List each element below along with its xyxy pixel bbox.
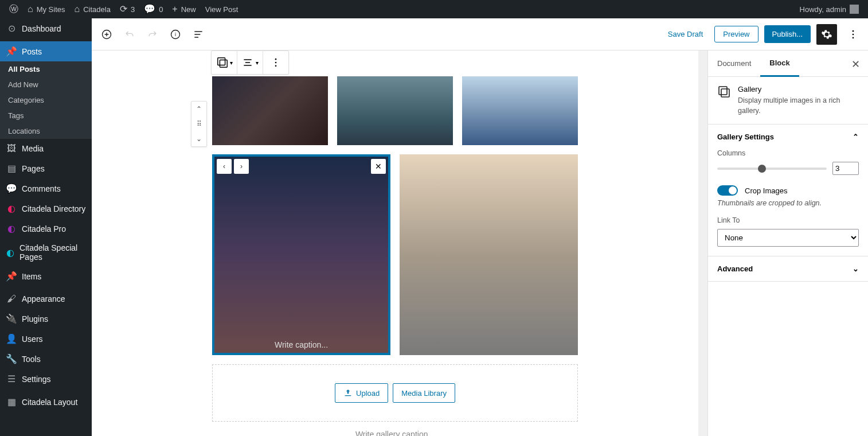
sidebar-item-posts[interactable]: 📌Posts (0, 41, 92, 61)
drag-handle[interactable]: ⠿ (191, 116, 206, 131)
content-structure-button[interactable]: i (165, 24, 186, 45)
settings-toggle-button[interactable] (816, 24, 837, 45)
comments[interactable]: 💬0 (139, 0, 167, 18)
block-type-button[interactable]: ▾ (214, 53, 234, 72)
svg-point-5 (853, 37, 854, 38)
tab-block[interactable]: Block (760, 50, 799, 77)
panel-toggle-gallery-settings[interactable]: Gallery Settings ⌃ (708, 124, 868, 149)
save-draft-button[interactable]: Save Draft (662, 26, 709, 42)
undo-button[interactable] (119, 24, 140, 45)
sidebar-item-appearance[interactable]: 🖌Appearance (0, 289, 92, 309)
columns-slider[interactable] (717, 168, 827, 170)
move-down-button[interactable]: ⌄ (191, 131, 206, 146)
redo-button[interactable] (142, 24, 163, 45)
more-menu-button[interactable] (843, 24, 863, 45)
brush-icon: 🖌 (6, 294, 17, 304)
svg-point-8 (275, 59, 277, 60)
publish-button[interactable]: Publish... (764, 25, 811, 43)
sidebar-item-users[interactable]: 👤Users (0, 329, 92, 349)
block-navigation-button[interactable] (188, 24, 209, 45)
media-library-button[interactable]: Media Library (393, 383, 455, 403)
alignment-button[interactable]: ▾ (240, 53, 260, 72)
gallery-drop-area[interactable]: Upload Media Library (212, 364, 578, 422)
sidebar-item-label: Citadela Special Pages (19, 243, 86, 262)
image-move-left-button[interactable]: ‹ (217, 159, 232, 174)
svg-point-3 (853, 30, 854, 32)
gallery-image[interactable] (400, 154, 578, 355)
svg-rect-12 (721, 89, 729, 97)
site-name[interactable]: ⌂Citadela (70, 0, 115, 18)
image-remove-button[interactable]: ✕ (371, 159, 386, 174)
crop-images-toggle[interactable] (717, 185, 738, 196)
wp-logo[interactable]: ⓦ (5, 0, 23, 18)
sidebar-item-comments[interactable]: 💬Comments (0, 178, 92, 198)
my-sites-label: My Sites (37, 5, 65, 14)
tab-document[interactable]: Document (708, 51, 760, 76)
gallery-image[interactable] (337, 76, 453, 145)
plugin-icon: 🔌 (6, 313, 17, 324)
pages-icon: ▤ (6, 163, 17, 174)
comment-icon: 💬 (144, 5, 155, 14)
sidebar-item-citadela-layout[interactable]: ▦Citadela Layout (0, 392, 92, 412)
howdy-label: Howdy, admin (800, 5, 846, 14)
editor-canvas[interactable]: ⌃ ⠿ ⌄ ▾ ▾ (92, 50, 698, 436)
gallery-image[interactable] (462, 76, 578, 145)
move-up-button[interactable]: ⌃ (191, 102, 206, 116)
citadela-icon: ◐ (6, 203, 17, 214)
sidebar-item-citadela-special[interactable]: ◐Citadela Special Pages (0, 239, 92, 266)
columns-input[interactable] (832, 162, 859, 175)
home-icon: ⌂ (75, 5, 80, 14)
sidebar-item-plugins[interactable]: 🔌Plugins (0, 309, 92, 329)
svg-point-10 (275, 65, 277, 67)
image-move-right-button[interactable]: › (234, 159, 249, 174)
crop-images-label: Crop Images (745, 186, 787, 195)
gallery-caption-input[interactable]: Write gallery caption... (212, 422, 578, 436)
submenu-locations[interactable]: Locations (0, 123, 92, 139)
sidebar-item-citadela-pro[interactable]: ◐Citadela Pro (0, 219, 92, 239)
updates[interactable]: ⟳3 (115, 0, 139, 18)
svg-point-9 (275, 62, 277, 64)
sidebar-item-media[interactable]: 🖼Media (0, 139, 92, 158)
submenu-tags[interactable]: Tags (0, 108, 92, 123)
gallery-block[interactable]: ‹ › ✕ Write caption... Upload (212, 76, 578, 436)
panel-title: Advanced (717, 264, 753, 273)
gallery-image[interactable] (212, 76, 328, 145)
my-account[interactable]: Howdy, admin (795, 0, 863, 18)
sidebar-item-tools[interactable]: 🔧Tools (0, 349, 92, 369)
panel-toggle-advanced[interactable]: Advanced ⌄ (708, 256, 868, 281)
add-block-button[interactable] (96, 24, 117, 45)
sidebar-item-label: Tools (22, 355, 41, 364)
chevron-up-icon: ⌃ (853, 133, 859, 141)
block-more-button[interactable] (265, 53, 286, 72)
sidebar-item-label: Dashboard (22, 24, 61, 33)
sidebar-item-label: Plugins (22, 314, 48, 324)
upload-button[interactable]: Upload (335, 383, 388, 403)
new-content[interactable]: +New (167, 0, 200, 18)
submenu-all-posts[interactable]: All Posts (0, 61, 92, 77)
admin-bar: ⓦ ⌂My Sites ⌂Citadela ⟳3 💬0 +New View Po… (0, 0, 868, 18)
sidebar-item-label: Citadela Layout (22, 398, 77, 407)
svg-rect-11 (719, 87, 727, 95)
sidebar-item-citadela-directory[interactable]: ◐Citadela Directory (0, 198, 92, 219)
citadela-icon: ◐ (6, 247, 15, 258)
block-card-description: Display multiple images in a rich galler… (738, 96, 859, 116)
submenu-add-new[interactable]: Add New (0, 77, 92, 92)
sidebar-item-settings[interactable]: ☰Settings (0, 369, 92, 389)
sidebar-item-pages[interactable]: ▤Pages (0, 158, 92, 178)
sidebar-item-dashboard[interactable]: ⊙Dashboard (0, 18, 92, 38)
my-sites[interactable]: ⌂My Sites (23, 0, 70, 18)
scrollbar[interactable] (698, 50, 707, 436)
gallery-image-selected[interactable]: ‹ › ✕ Write caption... (212, 154, 390, 355)
sidebar-item-items[interactable]: 📌Items (0, 266, 92, 286)
link-to-label: Link To (717, 216, 859, 224)
close-settings-button[interactable]: ✕ (847, 56, 863, 72)
link-to-select[interactable]: None (717, 229, 859, 247)
image-caption-input[interactable]: Write caption... (212, 340, 390, 349)
view-post[interactable]: View Post (201, 0, 243, 18)
site-name-label: Citadela (83, 5, 111, 14)
avatar-icon (850, 5, 859, 14)
preview-button[interactable]: Preview (714, 26, 758, 42)
comments-count: 0 (159, 5, 163, 14)
wrench-icon: 🔧 (6, 353, 17, 364)
submenu-categories[interactable]: Categories (0, 92, 92, 108)
